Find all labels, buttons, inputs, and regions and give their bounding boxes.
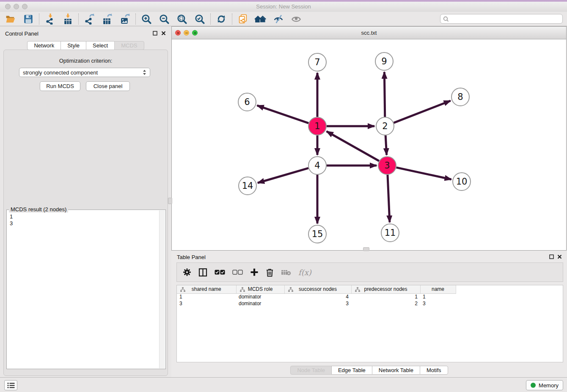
- cell-filler: [456, 293, 563, 300]
- control-panel: Control Panel NetworkStyleSelectMCDS Opt…: [0, 26, 171, 377]
- table-row[interactable]: 1dominator411: [177, 293, 563, 300]
- table-row[interactable]: 3dominator323: [177, 300, 563, 307]
- export-image-button[interactable]: [116, 13, 134, 25]
- export-table-button[interactable]: [98, 13, 116, 25]
- tab-edge-table[interactable]: Edge Table: [331, 366, 372, 375]
- tab-node-table[interactable]: Node Table: [290, 366, 332, 375]
- memory-button[interactable]: Memory: [526, 380, 563, 390]
- columns-icon: [198, 268, 207, 277]
- node-label-1: 1: [314, 121, 320, 131]
- tab-motifs[interactable]: Motifs: [420, 366, 448, 375]
- edge-2-3[interactable]: [385, 135, 386, 155]
- task-history-button[interactable]: [4, 380, 17, 390]
- zoom-selected-button[interactable]: [191, 13, 209, 25]
- cell-MCDS-role[interactable]: dominator: [236, 300, 284, 307]
- export-network-icon: [84, 13, 95, 25]
- tab-select[interactable]: Select: [86, 41, 115, 50]
- eye-slash-icon: [273, 14, 284, 25]
- vertical-divider-handle[interactable]: [168, 198, 172, 204]
- control-panel-tabs: NetworkStyleSelectMCDS: [0, 41, 171, 50]
- import-network-icon: [44, 13, 56, 25]
- select-all-icon: [215, 270, 225, 275]
- edge-2-8[interactable]: [394, 101, 451, 123]
- zoom-out-button[interactable]: [155, 13, 173, 25]
- column-header-name[interactable]: name: [420, 285, 456, 293]
- save-session-button[interactable]: [19, 13, 37, 25]
- node-label-8: 8: [457, 92, 463, 102]
- export-network-button[interactable]: [80, 13, 98, 25]
- result-scrollbar[interactable]: [159, 210, 165, 368]
- column-header-MCDS-role[interactable]: MCDS role: [236, 285, 284, 293]
- cell-successor-nodes[interactable]: 3: [284, 300, 351, 307]
- tab-network[interactable]: Network: [27, 41, 61, 50]
- cell-shared-name[interactable]: 3: [177, 300, 236, 307]
- result-item[interactable]: 1: [10, 213, 156, 220]
- horizontal-divider-handle[interactable]: [363, 247, 369, 251]
- tab-network-table[interactable]: Network Table: [372, 366, 420, 375]
- node-label-14: 14: [242, 181, 253, 191]
- import-network-button[interactable]: [41, 13, 59, 25]
- tab-mcds[interactable]: MCDS: [114, 41, 144, 50]
- edge-1-6[interactable]: [257, 105, 309, 123]
- optimization-criterion-select[interactable]: strongly connected component: [19, 68, 150, 77]
- delete-table-button[interactable]: [281, 269, 291, 276]
- cell-name[interactable]: 1: [420, 293, 456, 300]
- close-panel-button-bottom[interactable]: Close panel: [86, 81, 130, 91]
- show-column-button[interactable]: [198, 268, 207, 277]
- hide-graphics-details-button[interactable]: [270, 13, 287, 25]
- table-header-row: shared nameMCDS rolesuccessor nodesprede…: [177, 285, 563, 293]
- run-mcds-button[interactable]: Run MCDS: [40, 81, 80, 91]
- cell-MCDS-role[interactable]: dominator: [236, 293, 284, 300]
- tab-style[interactable]: Style: [61, 41, 86, 50]
- cell-name[interactable]: 3: [420, 300, 456, 307]
- open-session-button[interactable]: [2, 13, 19, 25]
- cell-predecessor-nodes[interactable]: 2: [351, 300, 420, 307]
- cell-successor-nodes[interactable]: 4: [284, 293, 351, 300]
- delete-row-button[interactable]: [266, 268, 274, 277]
- cell-shared-name[interactable]: 1: [177, 293, 236, 300]
- search-input[interactable]: [449, 16, 560, 22]
- edge-3-1[interactable]: [327, 131, 379, 161]
- column-sort-icon: [288, 287, 293, 292]
- edge-2-9[interactable]: [384, 72, 385, 117]
- trash-icon: [266, 268, 274, 277]
- network-graph-canvas[interactable]: 1234678910111415: [172, 39, 566, 250]
- edge-3-11[interactable]: [388, 175, 390, 222]
- network-window-titlebar: scc.txt: [172, 27, 566, 39]
- node-label-7: 7: [314, 57, 320, 67]
- select-all-button[interactable]: [215, 270, 225, 275]
- import-table-button[interactable]: [59, 13, 77, 25]
- column-header-predecessor-nodes[interactable]: predecessor nodes: [351, 285, 420, 293]
- mcds-panel: Optimization criterion: strongly connect…: [3, 50, 168, 376]
- node-label-10: 10: [456, 177, 468, 187]
- mcds-result-list[interactable]: 13: [7, 212, 159, 368]
- column-header-shared-name[interactable]: shared name: [177, 285, 236, 293]
- refresh-network-button[interactable]: [212, 13, 230, 25]
- main-titlebar: Session: New Session: [0, 2, 567, 12]
- reset-view-button[interactable]: [252, 13, 270, 25]
- float-table-panel-button[interactable]: [548, 254, 554, 259]
- import-table-icon: [62, 13, 74, 25]
- add-row-button[interactable]: [250, 268, 259, 276]
- column-header-successor-nodes[interactable]: successor nodes: [284, 285, 351, 293]
- status-bar: Memory: [0, 377, 567, 392]
- float-panel-button[interactable]: [152, 30, 158, 36]
- edge-4-14[interactable]: [258, 168, 308, 183]
- close-panel-button[interactable]: [160, 30, 166, 36]
- show-graphics-details-button[interactable]: [287, 13, 305, 25]
- table-settings-button[interactable]: [183, 268, 191, 276]
- application-window: Session: New Session: [0, 0, 567, 392]
- main-toolbar: [0, 12, 567, 26]
- cell-predecessor-nodes[interactable]: 1: [351, 293, 420, 300]
- close-table-panel-button[interactable]: [556, 254, 562, 259]
- zoom-in-button[interactable]: [138, 13, 155, 25]
- column-header-filler: [456, 285, 563, 293]
- clone-network-button[interactable]: [234, 13, 252, 25]
- function-builder-button[interactable]: f(x): [298, 268, 311, 277]
- export-image-icon: [119, 13, 131, 25]
- zoom-fit-button[interactable]: [173, 13, 191, 25]
- float-window-icon: [153, 31, 157, 36]
- edge-3-10[interactable]: [396, 168, 451, 179]
- result-item[interactable]: 3: [10, 220, 156, 227]
- deselect-all-button[interactable]: [232, 270, 243, 275]
